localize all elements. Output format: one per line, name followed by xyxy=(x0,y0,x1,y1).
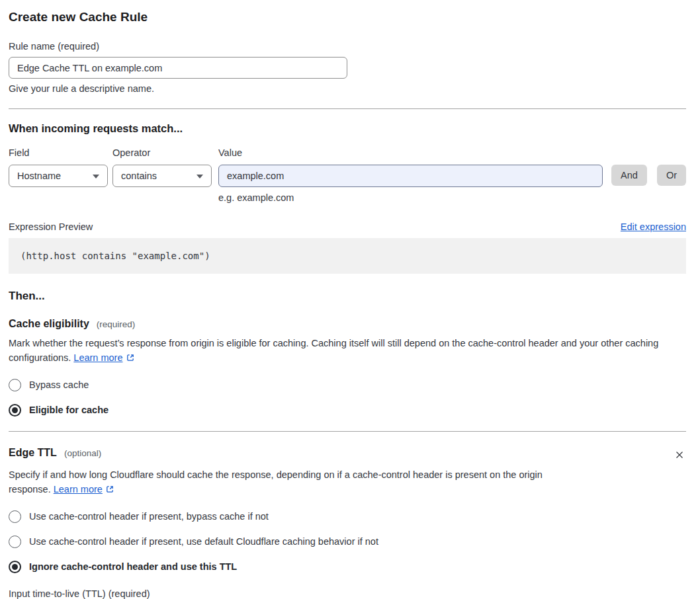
close-edge-ttl-button[interactable] xyxy=(673,448,686,461)
edge-ttl-optional-note: (optional) xyxy=(64,448,101,458)
close-icon xyxy=(674,452,685,462)
match-expression-row: Field Hostname Operator contains Value e… xyxy=(9,147,686,203)
cache-eligibility-required-note: (required) xyxy=(97,319,136,329)
operator-label: Operator xyxy=(112,147,212,158)
rule-name-helper: Give your rule a descriptive name. xyxy=(9,83,686,94)
radio-option-eligible-for-cache[interactable]: Eligible for cache xyxy=(9,403,686,417)
edge-ttl-heading: Edge TTL xyxy=(9,447,57,458)
field-select-value: Hostname xyxy=(17,171,61,181)
radio-button[interactable] xyxy=(9,536,21,548)
value-helper: e.g. example.com xyxy=(218,192,603,203)
edge-ttl-options: Use cache-control header if present, byp… xyxy=(9,510,686,573)
radio-label: Use cache-control header if present, byp… xyxy=(29,511,269,522)
radio-button[interactable] xyxy=(9,379,21,391)
radio-button-selected[interactable] xyxy=(9,404,21,417)
cache-eligibility-heading: Cache eligibility xyxy=(9,318,89,329)
expression-code: (http.host contains "example.com") xyxy=(21,251,210,261)
value-label: Value xyxy=(218,147,603,158)
external-link-icon xyxy=(105,484,114,499)
rule-name-label: Rule name (required) xyxy=(9,41,686,52)
chevron-down-icon xyxy=(93,175,99,179)
section-divider xyxy=(9,431,686,432)
expression-code-block: (http.host contains "example.com") xyxy=(9,238,686,274)
radio-button-selected[interactable] xyxy=(9,561,21,573)
value-input[interactable] xyxy=(218,165,603,187)
and-button[interactable]: And xyxy=(611,165,647,186)
radio-label: Use cache-control header if present, use… xyxy=(29,536,378,547)
description-line: Mark whether the request’s response from… xyxy=(9,337,686,351)
edit-expression-link[interactable]: Edit expression xyxy=(621,221,686,232)
description-line: response. xyxy=(9,484,54,495)
section-divider xyxy=(9,108,686,109)
external-link-icon xyxy=(126,352,135,367)
operator-select-value: contains xyxy=(121,171,157,181)
operator-select[interactable]: contains xyxy=(112,165,212,187)
field-select[interactable]: Hostname xyxy=(9,165,108,187)
chevron-down-icon xyxy=(197,175,203,179)
radio-option-use-header-bypass[interactable]: Use cache-control header if present, byp… xyxy=(9,510,686,523)
cache-eligibility-options: Bypass cache Eligible for cache xyxy=(9,378,686,417)
radio-label: Eligible for cache xyxy=(29,405,109,415)
field-label: Field xyxy=(9,147,108,158)
rule-name-input[interactable] xyxy=(9,57,347,79)
description-line: Specify if and how long Cloudflare shoul… xyxy=(9,468,686,483)
radio-label: Ignore cache-control header and use this… xyxy=(29,561,237,572)
ttl-input-label: Input time-to-live (TTL) (required) xyxy=(9,588,686,599)
radio-option-bypass-cache[interactable]: Bypass cache xyxy=(9,378,686,391)
expression-preview-label: Expression Preview xyxy=(9,221,93,232)
learn-more-link[interactable]: Learn more xyxy=(73,352,122,363)
or-button[interactable]: Or xyxy=(657,165,686,186)
radio-button[interactable] xyxy=(9,510,21,523)
create-cache-rule-form: Create new Cache Rule Rule name (require… xyxy=(0,0,700,599)
learn-more-link[interactable]: Learn more xyxy=(54,484,103,495)
radio-label: Bypass cache xyxy=(29,379,89,390)
edge-ttl-description: Specify if and how long Cloudflare shoul… xyxy=(9,468,686,498)
page-title: Create new Cache Rule xyxy=(9,9,686,24)
match-section-heading: When incoming requests match... xyxy=(9,122,686,135)
radio-option-ignore-header-use-ttl[interactable]: Ignore cache-control header and use this… xyxy=(9,560,686,573)
radio-option-use-header-default[interactable]: Use cache-control header if present, use… xyxy=(9,535,686,548)
then-heading: Then... xyxy=(9,290,686,303)
description-line: configurations. xyxy=(9,352,73,363)
cache-eligibility-description: Mark whether the request’s response from… xyxy=(9,337,686,366)
